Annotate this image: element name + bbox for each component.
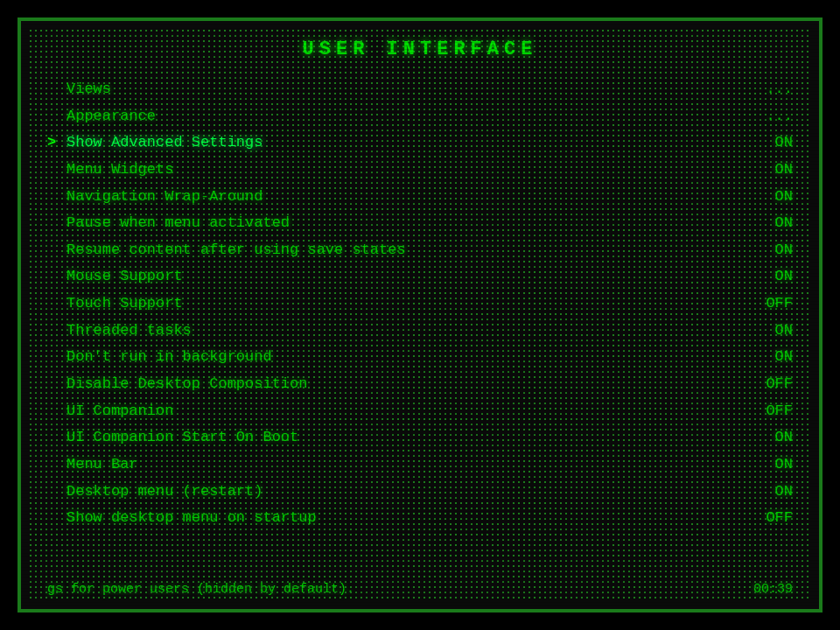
screen: USER INTERFACE Views... Appearance...>Sh… bbox=[18, 18, 822, 612]
menu-item-views[interactable]: Views... bbox=[47, 76, 793, 103]
menu-item-label: Don't run in background bbox=[66, 346, 272, 368]
menu-item-threaded-tasks[interactable]: Threaded tasksON bbox=[47, 318, 793, 345]
arrow-indicator bbox=[47, 79, 61, 101]
menu-item-value: ON bbox=[740, 266, 793, 288]
menu-item-label: UI Companion bbox=[66, 401, 173, 423]
arrow-indicator bbox=[47, 427, 61, 449]
arrow-indicator bbox=[47, 374, 61, 396]
arrow-indicator bbox=[47, 240, 61, 262]
menu-item-label: Mouse Support bbox=[66, 266, 183, 288]
menu-item-pause-menu[interactable]: Pause when menu activatedON bbox=[47, 210, 793, 237]
menu-item-label: Navigation Wrap-Around bbox=[66, 186, 262, 208]
menu-item-label: Show Advanced Settings bbox=[66, 132, 262, 154]
content-area: USER INTERFACE Views... Appearance...>Sh… bbox=[47, 38, 793, 532]
menu-item-label: Disable Desktop Composition bbox=[66, 374, 307, 396]
status-bar: gs for power users (hidden by default). … bbox=[47, 582, 793, 597]
menu-item-value: OFF bbox=[740, 401, 793, 423]
arrow-indicator bbox=[47, 508, 61, 529]
menu-item-value: ON bbox=[740, 454, 793, 476]
arrow-indicator bbox=[47, 346, 61, 368]
menu-item-mouse-support[interactable]: Mouse SupportON bbox=[47, 263, 793, 290]
arrow-indicator bbox=[47, 293, 61, 315]
menu-list: Views... Appearance...>Show Advanced Set… bbox=[47, 76, 793, 532]
arrow-indicator bbox=[47, 186, 61, 208]
menu-item-label: UI Companion Start On Boot bbox=[66, 427, 298, 449]
menu-item-nav-wrap[interactable]: Navigation Wrap-AroundON bbox=[47, 184, 793, 211]
arrow-indicator bbox=[47, 159, 61, 181]
menu-item-show-advanced[interactable]: >Show Advanced SettingsON bbox=[47, 130, 793, 157]
menu-item-label: Menu Bar bbox=[66, 454, 138, 476]
menu-item-touch-support[interactable]: Touch SupportOFF bbox=[47, 290, 793, 318]
menu-item-menu-bar[interactable]: Menu BarON bbox=[47, 452, 793, 479]
status-left: gs for power users (hidden by default). bbox=[47, 582, 354, 597]
menu-item-value: ON bbox=[740, 132, 793, 154]
menu-item-label: Resume content after using save states bbox=[66, 240, 406, 262]
menu-item-label: Desktop menu (restart) bbox=[66, 481, 262, 503]
arrow-indicator bbox=[47, 106, 61, 128]
menu-item-appearance[interactable]: Appearance... bbox=[47, 103, 793, 130]
page-title: USER INTERFACE bbox=[47, 38, 793, 60]
menu-item-label: Pause when menu activated bbox=[66, 213, 290, 234]
menu-item-no-background[interactable]: Don't run in backgroundON bbox=[47, 344, 793, 371]
menu-item-value: ON bbox=[740, 346, 793, 368]
menu-item-label: Show desktop menu on startup bbox=[66, 508, 317, 529]
menu-item-value: ... bbox=[740, 79, 793, 101]
arrow-indicator: > bbox=[47, 132, 61, 154]
menu-item-desktop-menu-start[interactable]: Show desktop menu on startupOFF bbox=[47, 505, 793, 532]
status-right: 00:39 bbox=[753, 582, 793, 597]
menu-item-value: ON bbox=[740, 186, 793, 208]
menu-item-label: Menu Widgets bbox=[66, 159, 173, 181]
menu-item-value: ON bbox=[740, 481, 793, 503]
menu-item-ui-companion[interactable]: UI CompanionOFF bbox=[47, 398, 793, 425]
menu-item-label: Views bbox=[66, 79, 111, 101]
arrow-indicator bbox=[47, 213, 61, 234]
menu-item-disable-desktop[interactable]: Disable Desktop CompositionOFF bbox=[47, 371, 793, 398]
menu-item-value: ON bbox=[740, 213, 793, 234]
arrow-indicator bbox=[47, 454, 61, 476]
menu-item-value: ON bbox=[740, 240, 793, 262]
arrow-indicator bbox=[47, 320, 61, 342]
menu-item-ui-companion-boot[interactable]: UI Companion Start On BootON bbox=[47, 424, 793, 452]
menu-item-label: Threaded tasks bbox=[66, 320, 192, 342]
menu-item-label: Appearance bbox=[66, 106, 156, 128]
menu-item-value: ON bbox=[740, 159, 793, 181]
menu-item-value: OFF bbox=[740, 508, 793, 529]
arrow-indicator bbox=[47, 401, 61, 423]
menu-item-value: OFF bbox=[740, 293, 793, 315]
menu-item-value: ON bbox=[740, 427, 793, 449]
menu-item-menu-widgets[interactable]: Menu WidgetsON bbox=[47, 157, 793, 184]
menu-item-resume-save[interactable]: Resume content after using save statesON bbox=[47, 237, 793, 264]
menu-item-value: OFF bbox=[740, 374, 793, 396]
arrow-indicator bbox=[47, 266, 61, 288]
menu-item-value: ... bbox=[740, 106, 793, 128]
menu-item-desktop-menu[interactable]: Desktop menu (restart)ON bbox=[47, 479, 793, 506]
menu-item-label: Touch Support bbox=[66, 293, 183, 315]
arrow-indicator bbox=[47, 481, 61, 503]
menu-item-value: ON bbox=[740, 320, 793, 342]
